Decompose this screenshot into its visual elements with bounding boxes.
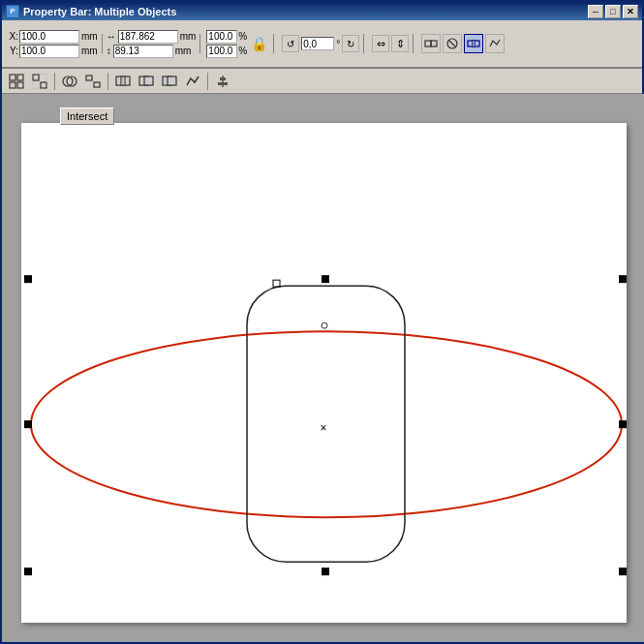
- tb-sep1: [54, 73, 55, 90]
- maximize-button[interactable]: □: [605, 5, 621, 18]
- xy-section: X: mm Y: mm: [5, 30, 98, 58]
- svg-rect-27: [220, 77, 226, 80]
- scale-w-pct: %: [238, 31, 247, 42]
- ungroup-button[interactable]: [29, 72, 50, 91]
- rotate-cw-button[interactable]: ↻: [342, 35, 359, 52]
- shapes-svg: ×: [2, 94, 644, 642]
- lock-aspect-area: 🔒: [249, 36, 269, 51]
- scale-h-pct: %: [238, 46, 247, 56]
- sep1: [102, 34, 103, 53]
- handle-tl[interactable]: [24, 275, 32, 283]
- simplify-button[interactable]: [485, 34, 505, 53]
- sep2: [199, 34, 200, 53]
- simplify2-button[interactable]: [182, 72, 203, 91]
- app-icon: P: [6, 5, 19, 18]
- title-bar-text: P Property Bar: Multiple Objects: [6, 5, 176, 18]
- rotate-section: ↺ ° ↻: [282, 35, 359, 52]
- handle-bl[interactable]: [24, 567, 32, 575]
- x-input[interactable]: [19, 30, 79, 44]
- group-button[interactable]: [6, 72, 27, 91]
- pathops-section: [421, 34, 505, 53]
- flip-section: ⇔ ⇕: [372, 35, 409, 52]
- sep3: [273, 34, 274, 53]
- w-row: ↔ mm: [107, 30, 197, 44]
- window-title: Property Bar: Multiple Objects: [23, 6, 176, 17]
- x-unit: mm: [81, 31, 98, 42]
- weld-button[interactable]: [421, 34, 441, 53]
- svg-rect-23: [144, 77, 153, 85]
- handle-ml[interactable]: [24, 420, 32, 428]
- flip-v-button[interactable]: ⇕: [391, 35, 409, 52]
- trim-button[interactable]: [443, 34, 462, 53]
- scale-w-row: %: [206, 30, 247, 44]
- h-unit: mm: [175, 46, 192, 56]
- align-button[interactable]: [212, 72, 233, 91]
- handle-tr[interactable]: [619, 275, 627, 283]
- title-bar: P Property Bar: Multiple Objects ─ □ ✕: [2, 2, 642, 20]
- close-button[interactable]: ✕: [623, 5, 638, 18]
- property-bar-top: X: mm Y: mm ↔ mm ↕ mm: [2, 20, 642, 69]
- svg-rect-17: [86, 76, 92, 80]
- lock-icon[interactable]: 🔒: [251, 36, 267, 51]
- sep5: [413, 34, 414, 53]
- handle-tm[interactable]: [322, 275, 329, 283]
- svg-rect-6: [473, 41, 475, 46]
- y-unit: mm: [81, 46, 98, 56]
- rotate-ccw-button[interactable]: ↺: [282, 35, 299, 52]
- intersect-button[interactable]: [112, 72, 134, 91]
- svg-rect-14: [32, 74, 47, 89]
- svg-rect-8: [17, 75, 23, 80]
- y-input[interactable]: [19, 45, 79, 58]
- y-label: Y:: [5, 46, 18, 56]
- h-arrow-icon: ↕: [107, 46, 111, 56]
- flip-h-button[interactable]: ⇔: [372, 35, 389, 52]
- rotate-unit: °: [336, 39, 340, 49]
- window: P Property Bar: Multiple Objects ─ □ ✕ X…: [0, 0, 644, 644]
- scale-section: % %: [206, 30, 247, 58]
- canvas-area: Intersect ×: [2, 94, 644, 642]
- handle-bm[interactable]: [322, 567, 329, 575]
- svg-line-3: [449, 41, 455, 46]
- svg-rect-12: [33, 75, 39, 80]
- toolbar-row: [2, 69, 642, 93]
- minimize-button[interactable]: ─: [588, 5, 603, 18]
- svg-rect-25: [168, 77, 176, 85]
- svg-rect-1: [431, 41, 437, 46]
- svg-rect-10: [17, 82, 23, 88]
- y-row: Y: mm: [5, 45, 98, 58]
- rotate-input[interactable]: [301, 37, 334, 50]
- svg-rect-7: [10, 75, 15, 80]
- svg-rect-21: [121, 77, 125, 85]
- scale-w-input[interactable]: [206, 30, 237, 44]
- svg-rect-13: [41, 82, 46, 88]
- scale-h-input[interactable]: [206, 45, 237, 58]
- trim2-button[interactable]: [136, 72, 157, 91]
- svg-rect-0: [425, 41, 431, 46]
- handle-rect-rot[interactable]: [322, 322, 327, 328]
- w-unit: mm: [180, 31, 197, 42]
- sep4: [363, 34, 364, 53]
- intersect-pathop-button[interactable]: [464, 34, 483, 53]
- x-row: X: mm: [5, 30, 98, 44]
- svg-rect-28: [218, 82, 228, 85]
- handle-mr[interactable]: [619, 420, 627, 428]
- w-arrow-icon: ↔: [107, 31, 116, 42]
- center-cross: ×: [320, 421, 326, 435]
- svg-rect-18: [94, 82, 100, 87]
- w-input[interactable]: [118, 30, 178, 44]
- h-row: ↕ mm: [107, 45, 197, 58]
- break-apart-button[interactable]: [82, 72, 104, 91]
- wh-section: ↔ mm ↕ mm: [107, 30, 197, 58]
- x-label: X:: [5, 31, 18, 42]
- title-bar-controls: ─ □ ✕: [588, 5, 638, 18]
- svg-rect-11: [9, 74, 24, 89]
- scale-h-row: %: [206, 45, 247, 58]
- weld2-button[interactable]: [159, 72, 180, 91]
- tb-sep3: [207, 73, 208, 90]
- handle-br[interactable]: [619, 567, 627, 575]
- svg-rect-9: [10, 82, 15, 88]
- combine-button[interactable]: [59, 72, 80, 91]
- h-input[interactable]: [113, 45, 173, 58]
- tb-sep2: [107, 73, 108, 90]
